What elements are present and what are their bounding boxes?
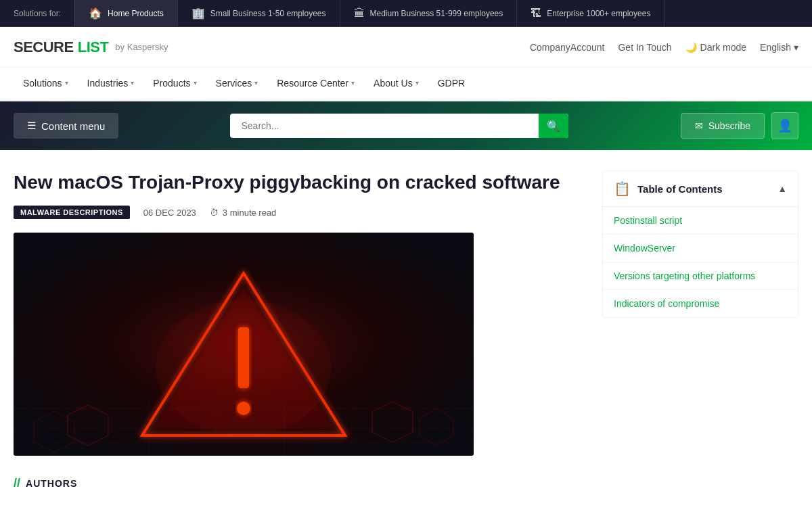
medium-biz-icon: 🏛: [354, 7, 365, 20]
industries-chevron: ▾: [131, 79, 134, 87]
toc-item-indicators[interactable]: Indicators of compromise: [603, 290, 798, 317]
top-bar-home-products[interactable]: 🏠 Home Products: [75, 0, 178, 27]
article-meta: MALWARE DESCRIPTIONS 06 DEC 2023 ⏱ 3 min…: [14, 206, 582, 219]
authors-slash-decoration: //: [14, 476, 20, 490]
toc-items-list: Postinstall script WindowServer Versions…: [603, 207, 798, 317]
authors-label: AUTHORS: [26, 478, 77, 489]
services-chevron: ▾: [254, 79, 258, 87]
main-content: New macOS Trojan-Proxy piggybacking on c…: [0, 150, 812, 511]
top-bar-items: 🏠 Home Products 🏢 Small Business 1-50 em…: [75, 0, 812, 27]
toc-document-icon: 📋: [614, 181, 631, 197]
search-icon: 🔍: [547, 120, 560, 133]
article-title: New macOS Trojan-Proxy piggybacking on c…: [14, 170, 582, 195]
toc-chevron-icon: ▲: [777, 183, 787, 194]
svg-point-18: [156, 300, 332, 435]
toc-header[interactable]: 📋 Table of Contents ▲: [603, 171, 798, 207]
action-right: ✉ Subscribe 👤: [681, 112, 798, 139]
small-biz-icon: 🏢: [191, 7, 205, 20]
toc-header-left: 📋 Table of Contents: [614, 181, 723, 197]
toc-item-versions[interactable]: Versions targeting other platforms: [603, 262, 798, 290]
user-account-button[interactable]: 👤: [771, 112, 798, 139]
products-chevron: ▾: [194, 79, 197, 87]
search-input[interactable]: [230, 114, 568, 138]
sidebar: 📋 Table of Contents ▲ Postinstall script…: [602, 170, 798, 490]
nav-resource-center[interactable]: Resource Center ▾: [267, 67, 364, 101]
top-bar-small-business[interactable]: 🏢 Small Business 1-50 employees: [178, 0, 340, 27]
hamburger-icon: ☰: [27, 120, 36, 132]
user-icon: 👤: [777, 118, 792, 133]
article-section: New macOS Trojan-Proxy piggybacking on c…: [14, 170, 582, 490]
home-icon: 🏠: [89, 7, 102, 20]
medium-business-label: Medium Business 51-999 employees: [370, 9, 503, 18]
resource-chevron: ▾: [351, 79, 355, 87]
article-date: 06 DEC 2023: [143, 208, 196, 218]
table-of-contents: 📋 Table of Contents ▲ Postinstall script…: [602, 170, 798, 318]
small-business-label: Small Business 1-50 employees: [210, 9, 326, 18]
company-account-link[interactable]: CompanyAccount: [530, 42, 605, 53]
subscribe-button[interactable]: ✉ Subscribe: [681, 113, 765, 139]
content-menu-button[interactable]: ☰ Content menu: [14, 113, 118, 139]
article-hero-image: [14, 233, 474, 456]
warning-illustration: [14, 233, 474, 456]
nav-about-us[interactable]: About Us ▾: [364, 67, 428, 101]
dark-mode-button[interactable]: 🌙 Dark mode: [685, 42, 746, 53]
envelope-icon: ✉: [695, 120, 703, 131]
top-bar: Solutions for: 🏠 Home Products 🏢 Small B…: [0, 0, 812, 27]
about-chevron: ▾: [415, 79, 419, 87]
top-bar-enterprise[interactable]: 🏗 Enterprise 1000+ employees: [517, 0, 664, 27]
action-bar: ☰ Content menu 🔍 ✉ Subscribe 👤: [0, 101, 812, 150]
home-products-label: Home Products: [108, 9, 164, 18]
toc-item-postinstall[interactable]: Postinstall script: [603, 207, 798, 235]
authors-section: // AUTHORS: [14, 469, 582, 490]
toc-title: Table of Contents: [637, 183, 723, 195]
nav-products[interactable]: Products ▾: [143, 67, 206, 101]
moon-icon: 🌙: [685, 42, 697, 53]
solutions-chevron: ▾: [65, 79, 68, 87]
clock-icon: ⏱: [210, 208, 219, 218]
header: SECURELIST by Kaspersky CompanyAccount G…: [0, 27, 812, 68]
language-selector[interactable]: English ▾: [760, 42, 798, 53]
chevron-down-icon: ▾: [794, 42, 798, 53]
nav-solutions[interactable]: Solutions ▾: [14, 67, 78, 101]
nav-services[interactable]: Services ▾: [206, 67, 268, 101]
logo-kaspersky: by Kaspersky: [115, 42, 168, 52]
enterprise-label: Enterprise 1000+ employees: [547, 9, 650, 18]
nav-industries[interactable]: Industries ▾: [78, 67, 144, 101]
enterprise-icon: 🏗: [531, 7, 541, 20]
logo-list: LIST: [78, 39, 109, 56]
read-time: ⏱ 3 minute read: [210, 208, 277, 218]
nav-bar: Solutions ▾ Industries ▾ Products ▾ Serv…: [0, 68, 812, 101]
tag-badge: MALWARE DESCRIPTIONS: [14, 206, 130, 219]
search-wrap: 🔍: [230, 114, 568, 138]
nav-gdpr[interactable]: GDPR: [428, 67, 474, 101]
solutions-label: Solutions for:: [0, 0, 75, 26]
toc-item-windowserver[interactable]: WindowServer: [603, 235, 798, 262]
header-right: CompanyAccount Get In Touch 🌙 Dark mode …: [530, 42, 798, 53]
search-button[interactable]: 🔍: [539, 114, 568, 138]
logo-secure: SECURE: [14, 39, 74, 56]
get-in-touch-link[interactable]: Get In Touch: [618, 42, 671, 53]
logo[interactable]: SECURELIST by Kaspersky: [14, 39, 168, 56]
top-bar-medium-business[interactable]: 🏛 Medium Business 51-999 employees: [340, 0, 518, 27]
